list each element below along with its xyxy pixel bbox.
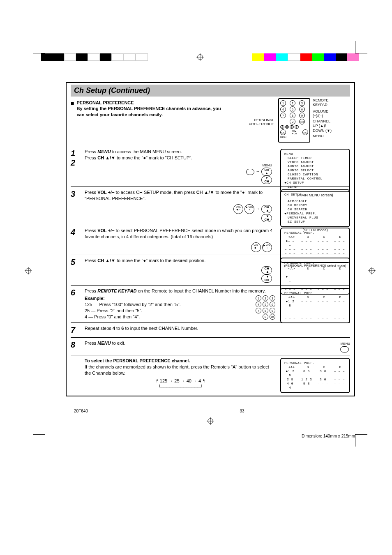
step-6: 6 Press REMOTE KEYPAD on the Remote to i… [71, 285, 350, 322]
section-heading-block: PERSONAL PREFERENCE By setting the PERSO… [76, 100, 224, 117]
footer: 20F640 33 [66, 409, 355, 413]
ch-up-icon: CH▲ [261, 205, 272, 213]
dimension-note: Dimension: 140mm x 215mm [66, 434, 355, 438]
step-8: 8 Press MENU to exit. MENU [71, 337, 350, 355]
content-frame: Ch Setup (Continued) ■ PERSONAL PREFEREN… [66, 82, 355, 396]
vol-plus-icon: ▶ VOL+ [262, 242, 272, 252]
step-7: 7 Repeat steps 4 to 6 to input the next … [71, 322, 350, 337]
step-3: 3 Press VOL +/− to access CH SETUP mode,… [71, 187, 350, 225]
ch-up-icon: CH▲ [261, 168, 272, 176]
ch-down-icon: ▼CH [261, 176, 272, 184]
registration-mark-icon [196, 53, 204, 61]
square-bullet-icon: ■ [71, 100, 74, 106]
vol-minus-icon: VOL◀ − [251, 242, 261, 252]
pref-input-screen: PERSONAL PREF. <A>BCD ●1 2 5– – –– – –– … [280, 288, 350, 323]
keypad-icon: 123 456 789 0100 [256, 295, 276, 320]
ch-down-icon: ▼CH [261, 274, 272, 283]
select-pref-block: To select the PERSONAL PREFERENCE channe… [71, 355, 350, 392]
ch-setup-screen: CH SETUP AIR/CABLE CH MEMORY CH SEARCH ●… [280, 189, 350, 227]
registration-mark-icon [368, 267, 376, 274]
menu-button-icon [246, 169, 255, 175]
registration-mark-icon [207, 417, 214, 425]
pref-memorized-screen: PERSONAL PREF. <A>BCD ●1 2 58 53 8– – – … [280, 358, 350, 393]
page-title: Ch Setup (Continued) [71, 85, 350, 97]
personal-preference-label: PERSONAL PREFERENCE [249, 118, 274, 126]
menu-button-icon [340, 346, 349, 352]
vol-minus-icon: VOL◀ − [233, 204, 243, 214]
vol-plus-icon: ▶ VOL+ [244, 204, 254, 214]
ch-up-icon: CH▲ [261, 266, 272, 274]
registration-mark-icon [25, 267, 32, 274]
step-4: 4 Press VOL +/− to select PERSONAL PREFE… [71, 225, 350, 255]
main-menu-screen: MENU SLEEP TIMER VIDEO ADJUST AUDIO ADJU… [280, 149, 350, 192]
ch-down-icon: ▼CH [261, 214, 272, 222]
remote-diagram: 123 456 789 0100 ABCD VOL− CH▲▼CH VOL+ [278, 98, 350, 143]
step-5: 5 Press CH ▲/▼ to move the "●" mark to t… [71, 255, 350, 285]
step-1-2: 1 2 Press MENU to access the MAIN MENU s… [71, 146, 350, 187]
